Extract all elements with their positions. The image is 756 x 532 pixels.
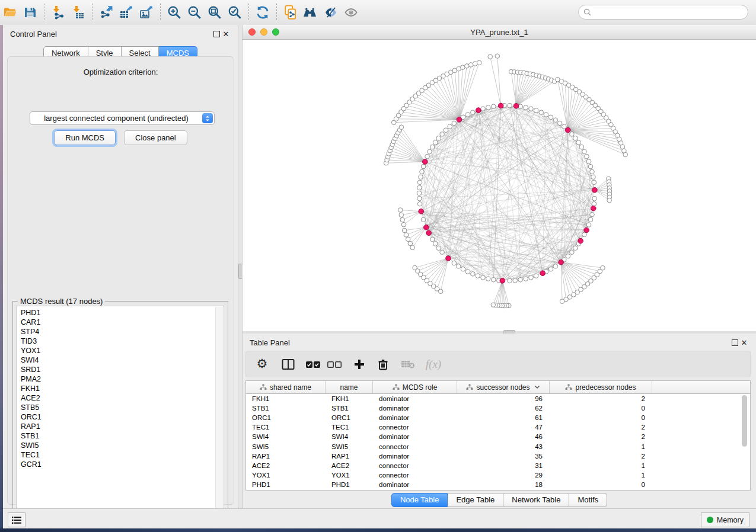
mcds-result-item[interactable]: FKH1 [21, 384, 224, 393]
search-input[interactable] [591, 8, 748, 17]
table-body: FKH1FKH1dominator962STB1STB1dominator620… [246, 394, 750, 489]
table-scrollbar[interactable] [742, 395, 748, 488]
tab-network-table[interactable]: Network Table [503, 493, 569, 507]
mcds-result-item[interactable]: STB5 [21, 403, 224, 412]
mcds-list-scrollbar[interactable] [215, 307, 223, 517]
table-row[interactable]: PHD1PHD1dominator180 [246, 480, 750, 489]
table-cell: 96 [457, 395, 550, 402]
table-row[interactable]: TEC1TEC1connector472 [246, 422, 750, 432]
mcds-result-item[interactable]: ACE2 [21, 393, 224, 403]
column-header-shared-name[interactable]: shared name [246, 381, 326, 393]
open-file-icon[interactable] [0, 4, 20, 21]
task-history-button[interactable] [8, 512, 25, 527]
mcds-result-item[interactable]: TID3 [21, 336, 224, 346]
table-settings-gear-icon[interactable]: ⚙ [253, 355, 271, 373]
column-header-MCDS-role[interactable]: MCDS role [373, 381, 457, 393]
close-panel-button[interactable]: Close panel [124, 130, 187, 145]
table-row[interactable]: RAP1RAP1dominator352 [246, 451, 750, 461]
table-cell: 0 [550, 405, 652, 412]
zoom-in-icon[interactable] [164, 4, 184, 21]
add-column-icon[interactable] [350, 355, 368, 373]
select-all-icon[interactable] [304, 355, 322, 373]
table-cell: dominator [373, 395, 457, 402]
mcds-result-item[interactable]: YOX1 [21, 346, 224, 355]
vertical-splitter[interactable] [238, 25, 243, 508]
mcds-result-item[interactable]: PHD1 [21, 308, 224, 318]
mcds-result-item[interactable]: STB1 [21, 431, 224, 441]
mcds-node [457, 117, 462, 123]
network-graph[interactable] [243, 40, 756, 332]
search-field[interactable] [578, 5, 748, 20]
save-session-icon[interactable] [20, 4, 40, 21]
split-panel-icon[interactable] [279, 355, 297, 373]
first-neighbors-icon[interactable] [301, 4, 321, 21]
import-network-icon[interactable] [48, 4, 68, 21]
table-toolbar: ⚙ f(x) [245, 351, 751, 377]
table-cell: 62 [457, 405, 550, 412]
zoom-selected-icon[interactable] [225, 4, 245, 21]
export-image-icon[interactable] [136, 4, 157, 21]
table-cell: 35 [457, 453, 550, 460]
deselect-all-icon[interactable] [326, 355, 343, 373]
mcds-tab-content: Optimization criterion: largest connecte… [7, 56, 234, 505]
toolbar-separator [276, 4, 277, 21]
tab-edge-table[interactable]: Edge Table [448, 493, 503, 507]
table-panel: Table Panel ✕ ⚙ f(x) shared namenameMCDS… [243, 334, 756, 508]
zoom-out-icon[interactable] [184, 4, 205, 21]
table-row[interactable]: ACE2ACE2connector311 [246, 461, 750, 470]
network-canvas[interactable] [243, 40, 756, 332]
export-table-icon[interactable] [116, 4, 136, 21]
mcds-result-item[interactable]: RAP1 [21, 422, 224, 431]
mcds-result-item[interactable]: PMA2 [21, 374, 224, 384]
refresh-icon[interactable] [253, 4, 273, 21]
mcds-result-item[interactable]: ORC1 [21, 412, 224, 422]
table-cell: STB1 [326, 405, 373, 412]
table-cell: 46 [457, 433, 550, 440]
node-table[interactable]: shared namenameMCDS rolesuccessor nodesp… [245, 380, 751, 491]
table-row[interactable]: SWI5SWI5connector431 [246, 441, 750, 451]
toolbar-separator [160, 4, 161, 21]
import-table-icon[interactable] [68, 4, 88, 21]
show-hide-icon[interactable] [341, 4, 361, 21]
mcds-result-item[interactable]: STP4 [21, 327, 224, 336]
close-panel-icon[interactable]: ✕ [739, 338, 749, 347]
mcds-result-item[interactable]: SWI4 [21, 355, 224, 365]
criterion-value: largest connected component (undirected) [30, 114, 202, 123]
tab-motifs[interactable]: Motifs [569, 493, 607, 507]
column-header-successor-nodes[interactable]: successor nodes [457, 381, 550, 393]
zoom-fit-icon[interactable] [205, 4, 225, 21]
table-cell: dominator [373, 414, 457, 421]
table-row[interactable]: ORC1ORC1dominator610 [246, 413, 750, 422]
memory-button[interactable]: Memory [701, 512, 749, 527]
table-row[interactable]: YOX1YOX1connector291 [246, 470, 750, 480]
delete-column-icon[interactable] [374, 355, 392, 373]
scrollbar-thumb[interactable] [742, 395, 747, 447]
criterion-dropdown[interactable]: largest connected component (undirected) [30, 111, 215, 125]
export-network-icon[interactable] [96, 4, 116, 21]
table-row[interactable]: STB1STB1dominator620 [246, 403, 750, 413]
float-panel-icon[interactable] [212, 29, 221, 39]
table-cell: YOX1 [326, 472, 373, 479]
table-row[interactable]: SWI4SWI4dominator462 [246, 432, 750, 441]
table-cell: dominator [373, 453, 457, 460]
mcds-result-item[interactable]: TEC1 [21, 450, 224, 460]
close-panel-icon[interactable]: ✕ [221, 29, 231, 39]
column-header-name[interactable]: name [326, 381, 373, 393]
mcds-result-item[interactable]: GCR1 [21, 460, 224, 469]
mcds-result-item[interactable]: SRD1 [21, 365, 224, 374]
graphics-details-icon[interactable] [321, 4, 341, 21]
float-panel-icon[interactable] [730, 338, 739, 347]
column-header-predecessor-nodes[interactable]: predecessor nodes [550, 381, 652, 393]
network-window-titlebar[interactable]: YPA_prune.txt_1 [243, 25, 756, 40]
clone-network-icon[interactable] [280, 4, 301, 21]
table-row[interactable]: FKH1FKH1dominator962 [246, 394, 750, 403]
mcds-result-item[interactable]: SWI5 [21, 441, 224, 450]
toolbar-separator [44, 4, 44, 21]
run-mcds-button[interactable]: Run MCDS [54, 130, 116, 145]
table-cell: connector [373, 462, 457, 469]
mcds-node [566, 127, 571, 133]
mcds-result-list[interactable]: PHD1CAR1STP4TID3YOX1SWI4SRD1PMA2FKH1ACE2… [16, 306, 224, 518]
table-cell: 61 [457, 414, 550, 421]
mcds-result-item[interactable]: CAR1 [21, 318, 224, 327]
tab-node-table[interactable]: Node Table [391, 493, 448, 507]
